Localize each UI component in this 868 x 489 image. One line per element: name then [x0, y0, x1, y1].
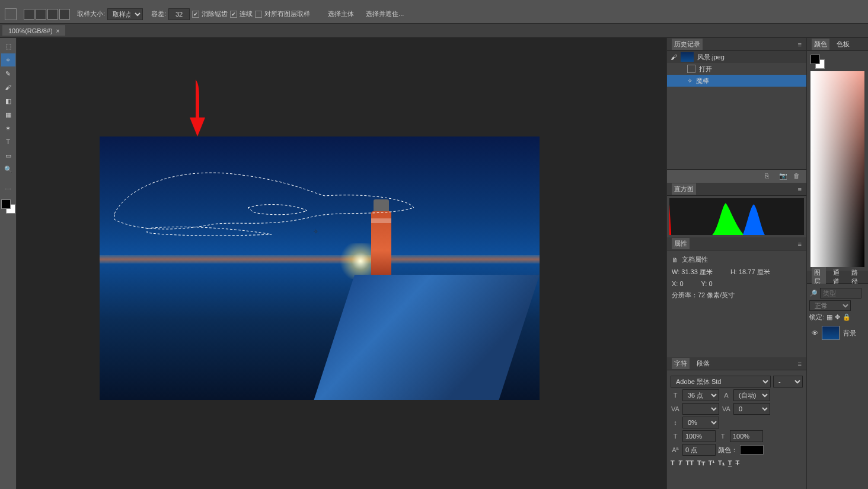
fg-bg-swatch[interactable]: [1, 199, 15, 214]
menu-bar[interactable]: [0, 0, 868, 5]
layer-search-input[interactable]: [820, 288, 861, 299]
swatches-tab[interactable]: 色板: [834, 39, 852, 50]
spot-tool-icon[interactable]: ✶: [1, 122, 15, 135]
underline-button[interactable]: T: [728, 459, 732, 467]
active-tool-icon: [5, 8, 17, 20]
select-and-mask-button[interactable]: 选择并遮住...: [366, 9, 404, 18]
zoom-tool-icon[interactable]: 🔍: [1, 163, 15, 176]
text-color-swatch[interactable]: [740, 445, 764, 455]
character-menu-icon[interactable]: ≡: [798, 360, 802, 367]
fg-color-swatch[interactable]: [1, 199, 11, 209]
color-picker-field[interactable]: [810, 71, 864, 267]
history-root[interactable]: 🖌 风景.jpeg: [667, 51, 806, 63]
superscript-button[interactable]: T¹: [709, 459, 714, 467]
close-tab-icon[interactable]: ×: [56, 28, 60, 34]
eraser-tool-icon[interactable]: ◧: [1, 94, 15, 107]
baseline-input[interactable]: [682, 444, 716, 456]
eyedropper-tool-icon[interactable]: ✎: [1, 67, 15, 80]
properties-panel-header[interactable]: 属性 ≡: [667, 237, 806, 250]
new-doc-from-state-icon[interactable]: ⎘: [765, 172, 773, 180]
history-menu-icon[interactable]: ≡: [798, 41, 802, 48]
font-size-select[interactable]: 36 点: [682, 389, 719, 401]
leading-icon: A: [722, 392, 731, 399]
brush-tool-icon[interactable]: 🖌: [1, 81, 15, 94]
lock-pixels-icon[interactable]: ▦: [826, 313, 832, 321]
color-tab[interactable]: 颜色: [812, 39, 829, 50]
scale-select[interactable]: 0%: [682, 417, 719, 428]
character-panel-header[interactable]: 字符 段落 ≡: [667, 357, 806, 370]
history-row[interactable]: 打开: [667, 63, 806, 75]
properties-menu-icon[interactable]: ≡: [798, 240, 802, 247]
color-fgbg-swatch[interactable]: [810, 55, 825, 69]
font-size-icon: T: [671, 392, 680, 399]
wand-tool-icon[interactable]: ✧: [1, 53, 15, 66]
bold-button[interactable]: T: [671, 459, 675, 467]
panel-group-left: 历史记录 ≡ 🖌 风景.jpeg 打开 ✧ 魔棒: [666, 38, 806, 489]
color-fg-swatch[interactable]: [810, 55, 820, 64]
subscript-button[interactable]: T₁: [718, 459, 725, 467]
layers-panel: 🔎 正常 锁定: ▦ ✥ 🔒 👁 背景: [807, 284, 868, 489]
visibility-icon[interactable]: 👁: [812, 329, 818, 336]
sel-sub-icon[interactable]: [47, 9, 58, 20]
layer-thumb: [822, 326, 840, 340]
font-style-select[interactable]: -: [773, 376, 803, 388]
tolerance-input[interactable]: [168, 8, 190, 20]
blend-mode-select[interactable]: 正常: [809, 300, 851, 311]
search-icon[interactable]: 🔎: [809, 290, 818, 297]
delete-state-icon[interactable]: 🗑: [793, 172, 802, 180]
layer-row[interactable]: 👁 背景: [809, 323, 866, 342]
sel-new-icon[interactable]: [24, 9, 34, 20]
hscale-input[interactable]: [682, 430, 716, 442]
leading-select[interactable]: (自动): [733, 389, 770, 401]
contiguous-label: 连续: [240, 9, 253, 18]
all-layers-checkbox[interactable]: [255, 11, 262, 18]
shape-tool-icon[interactable]: ▭: [1, 149, 15, 162]
histogram-menu-icon[interactable]: ≡: [798, 186, 802, 193]
more-tools-icon[interactable]: ⋯: [1, 183, 15, 196]
contiguous-checkbox[interactable]: [230, 11, 237, 18]
hscale-icon: T: [671, 433, 680, 440]
lock-all-icon[interactable]: 🔒: [843, 313, 851, 321]
histogram-tab[interactable]: 直方图: [672, 183, 696, 195]
kerning-select[interactable]: [682, 403, 719, 415]
type-tool-icon[interactable]: T: [1, 135, 15, 148]
properties-tab[interactable]: 属性: [672, 238, 690, 249]
character-tab[interactable]: 字符: [672, 358, 690, 369]
history-tab[interactable]: 历史记录: [672, 39, 703, 50]
tracking-select[interactable]: 0: [733, 403, 770, 415]
document-image[interactable]: ✧: [100, 136, 540, 400]
antialias-checkbox[interactable]: [192, 11, 199, 18]
color-label: 颜色：: [718, 446, 738, 455]
histogram-panel-header[interactable]: 直方图 ≡: [667, 183, 806, 196]
wand-cursor-icon: ✧: [313, 228, 323, 237]
italic-button[interactable]: T: [678, 459, 682, 467]
document-tab-name: 100%(RGB/8#): [8, 27, 53, 34]
sel-add-icon[interactable]: [36, 9, 46, 20]
layers-panel-header[interactable]: 图层 通道 路径: [807, 271, 868, 284]
smallcaps-button[interactable]: Tᴛ: [697, 459, 705, 467]
selection-mode-group[interactable]: [24, 9, 70, 20]
sample-size-select[interactable]: 取样点: [107, 8, 143, 20]
gradient-tool-icon[interactable]: ▦: [1, 108, 15, 121]
right-panel-dock: 历史记录 ≡ 🖌 风景.jpeg 打开 ✧ 魔棒: [666, 38, 868, 489]
font-family-select[interactable]: Adobe 黑体 Std: [671, 376, 771, 388]
history-row[interactable]: ✧ 魔棒: [667, 75, 806, 87]
x-value: 0: [679, 280, 683, 287]
marquee-tool-icon[interactable]: ⬚: [1, 40, 15, 53]
color-panel-header[interactable]: 颜色 色板: [807, 38, 868, 51]
vscale-input[interactable]: [730, 430, 763, 442]
tool-bar: ⬚ ✧ ✎ 🖌 ◧ ▦ ✶ T ▭ 🔍 ⋯: [0, 38, 17, 489]
color-panel: [807, 51, 868, 271]
history-panel-header[interactable]: 历史记录 ≡: [667, 38, 806, 51]
snapshot-icon[interactable]: 📷: [779, 172, 787, 180]
strike-button[interactable]: T: [736, 459, 740, 467]
x-label: X:: [672, 280, 678, 287]
tracking-icon: VA: [722, 405, 731, 412]
sel-int-icon[interactable]: [59, 9, 70, 20]
document-tab[interactable]: 100%(RGB/8#) ×: [2, 26, 65, 36]
allcaps-button[interactable]: TT: [685, 459, 693, 467]
lock-position-icon[interactable]: ✥: [835, 313, 840, 321]
select-subject-button[interactable]: 选择主体: [328, 9, 354, 18]
canvas-area[interactable]: ✧: [17, 38, 666, 489]
paragraph-tab[interactable]: 段落: [694, 358, 712, 369]
